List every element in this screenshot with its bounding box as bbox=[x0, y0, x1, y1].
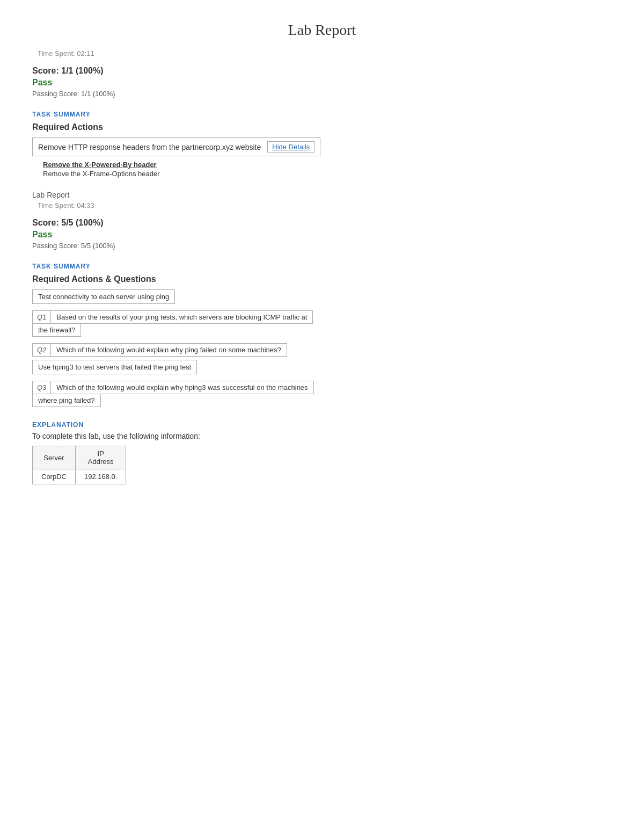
table-header-server: Server bbox=[33, 446, 76, 469]
sub-action-1: Remove the X-Powered-By header bbox=[43, 161, 612, 169]
required-actions-title-1: Required Actions bbox=[32, 122, 612, 132]
passing-score-2: Passing Score: 5/5 (100%) bbox=[32, 242, 612, 250]
q1-text-bottom: the firewall? bbox=[32, 324, 81, 337]
q1-label: Q1 bbox=[32, 310, 51, 324]
pass-label-1: Pass bbox=[32, 78, 612, 88]
q1-text-top: Based on the results of your ping tests,… bbox=[51, 310, 313, 324]
explanation-label: EXPLANATION bbox=[32, 421, 612, 429]
table-cell-server: CorpDC bbox=[33, 469, 76, 484]
task-item-1: Test connectivity to each server using p… bbox=[32, 289, 175, 304]
score-1: Score: 1/1 (100%) bbox=[32, 66, 612, 76]
explanation-text: To complete this lab, use the following … bbox=[32, 432, 612, 440]
q2-text: Which of the following would explain why… bbox=[51, 343, 287, 357]
q3-text-bottom: where ping failed? bbox=[32, 394, 101, 407]
table-cell-ip: 192.168.0. bbox=[75, 469, 126, 484]
time-spent-2: Time Spent: 04:33 bbox=[38, 201, 612, 209]
score-2: Score: 5/5 (100%) bbox=[32, 218, 612, 228]
task-summary-label-2: TASK SUMMARY bbox=[32, 263, 612, 270]
task-item-2: Use hping3 to test servers that failed t… bbox=[32, 360, 197, 374]
section2: Lab Report Time Spent: 04:33 Score: 5/5 … bbox=[32, 191, 612, 484]
action-box-1: Remove HTTP response headers from the pa… bbox=[32, 137, 320, 156]
section1: Time Spent: 02:11 Score: 1/1 (100%) Pass… bbox=[32, 49, 612, 178]
time-spent-1: Time Spent: 02:11 bbox=[38, 49, 612, 57]
page-title: Lab Report bbox=[32, 21, 612, 39]
table-header-ip: IPAddress bbox=[75, 446, 126, 469]
q1-block: Q1 Based on the results of your ping tes… bbox=[32, 310, 612, 340]
sub-action-2: Remove the X-Frame-Options header bbox=[43, 170, 612, 178]
pass-label-2: Pass bbox=[32, 230, 612, 240]
q3-block: Q3 Which of the following would explain … bbox=[32, 381, 612, 410]
server-table: Server IPAddress CorpDC 192.168.0. bbox=[32, 446, 126, 484]
q2-block: Q2 Which of the following would explain … bbox=[32, 343, 612, 357]
required-actions-title-2: Required Actions & Questions bbox=[32, 274, 612, 284]
hide-details-button[interactable]: Hide Details bbox=[267, 141, 314, 153]
lab-report-sub-title: Lab Report bbox=[32, 191, 612, 199]
passing-score-1: Passing Score: 1/1 (100%) bbox=[32, 90, 612, 98]
table-row: CorpDC 192.168.0. bbox=[33, 469, 126, 484]
q2-label: Q2 bbox=[32, 343, 51, 357]
q3-label: Q3 bbox=[32, 381, 51, 394]
task-summary-label-1: TASK SUMMARY bbox=[32, 111, 612, 118]
action1-text: Remove HTTP response headers from the pa… bbox=[38, 143, 261, 151]
explanation-section: EXPLANATION To complete this lab, use th… bbox=[32, 421, 612, 484]
q3-text-top: Which of the following would explain why… bbox=[51, 381, 313, 394]
